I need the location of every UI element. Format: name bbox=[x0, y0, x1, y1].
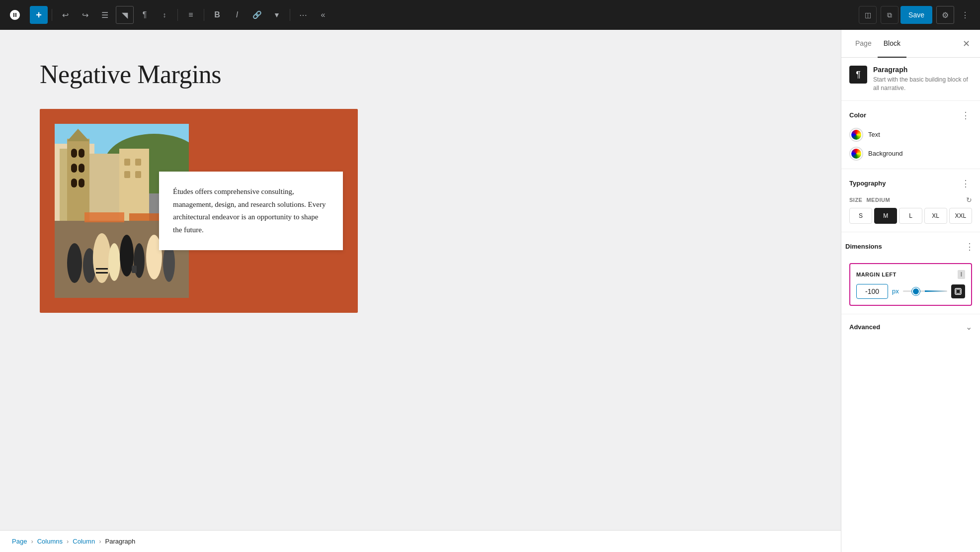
up-down-button[interactable]: ↕ bbox=[156, 6, 173, 24]
breadcrumb-page[interactable]: Page bbox=[12, 538, 27, 545]
dimensions-section-header: Dimensions ⋮ bbox=[845, 240, 976, 257]
main-layout: Negative Margins bbox=[0, 30, 980, 552]
background-color-option[interactable]: Background bbox=[849, 147, 972, 161]
svg-rect-17 bbox=[124, 171, 130, 178]
size-l-button[interactable]: L bbox=[899, 208, 922, 224]
text-color-option[interactable]: Text bbox=[849, 128, 972, 142]
size-xxl-button[interactable]: XXL bbox=[949, 208, 972, 224]
italic-button[interactable]: I bbox=[228, 6, 246, 24]
save-button[interactable]: Save bbox=[900, 6, 932, 24]
undo-button[interactable]: ↩ bbox=[56, 6, 74, 24]
size-m-button[interactable]: M bbox=[874, 208, 897, 224]
svg-rect-30 bbox=[96, 268, 108, 270]
svg-rect-20 bbox=[84, 212, 124, 222]
add-block-button[interactable]: + bbox=[30, 6, 48, 24]
size-name-text: MEDIUM bbox=[866, 197, 890, 203]
block-icon: ¶ bbox=[849, 66, 867, 84]
dimensions-section: MARGIN LEFT l -100 px bbox=[849, 263, 972, 306]
svg-rect-10 bbox=[71, 164, 77, 173]
bold-button[interactable]: B bbox=[208, 6, 226, 24]
breadcrumb-sep-2: › bbox=[67, 538, 69, 545]
breadcrumb-column[interactable]: Column bbox=[73, 538, 95, 545]
svg-rect-18 bbox=[135, 171, 141, 178]
page-title: Negative Margins bbox=[40, 60, 801, 89]
tab-block[interactable]: Block bbox=[878, 30, 906, 58]
margin-unit[interactable]: px bbox=[892, 287, 899, 295]
color-section-title: Color bbox=[849, 111, 866, 119]
breadcrumb-columns[interactable]: Columns bbox=[37, 538, 63, 545]
collapse-sidebar-button[interactable]: « bbox=[314, 6, 332, 24]
typography-menu-button[interactable]: ⋮ bbox=[959, 177, 972, 190]
divider-3 bbox=[204, 9, 204, 21]
color-section-header: Color ⋮ bbox=[849, 109, 972, 122]
size-reset-button[interactable]: ↻ bbox=[966, 196, 972, 204]
breadcrumb-sep-1: › bbox=[31, 538, 33, 545]
margin-label: MARGIN LEFT bbox=[856, 272, 897, 277]
size-label-text: SIZE bbox=[849, 197, 862, 203]
paragraph-icon: ¶ bbox=[856, 70, 861, 80]
text-color-label: Text bbox=[868, 131, 880, 138]
svg-rect-14 bbox=[119, 149, 149, 223]
svg-rect-8 bbox=[71, 149, 77, 158]
size-xl-button[interactable]: XL bbox=[924, 208, 947, 224]
svg-rect-16 bbox=[135, 159, 141, 166]
redo-button[interactable]: ↪ bbox=[76, 6, 94, 24]
margin-value[interactable]: -100 bbox=[856, 284, 888, 299]
svg-rect-13 bbox=[79, 179, 84, 187]
toolbar: + ↩ ↪ ☰ ◥ ¶ ↕ ≡ B I 🔗 ▼ ⋯ « ◫ ⧉ Save ⚙ ⋮ bbox=[0, 0, 980, 30]
svg-point-25 bbox=[108, 243, 120, 281]
background-color-swatch bbox=[849, 147, 863, 161]
color-menu-button[interactable]: ⋮ bbox=[959, 109, 972, 122]
margin-side-indicator: l bbox=[958, 270, 965, 279]
content-block[interactable]: Études offers comprehensive consulting, … bbox=[40, 109, 358, 313]
svg-rect-6 bbox=[67, 139, 89, 223]
color-options: Text Background bbox=[849, 128, 972, 161]
svg-point-26 bbox=[120, 235, 134, 276]
margin-sides-button[interactable] bbox=[951, 284, 965, 298]
list-view-button[interactable]: ☰ bbox=[96, 6, 114, 24]
divider-2 bbox=[177, 9, 178, 21]
size-s-button[interactable]: S bbox=[849, 208, 872, 224]
text-color-swatch bbox=[849, 128, 863, 142]
svg-rect-31 bbox=[96, 272, 108, 274]
more-options-button[interactable]: ⋯ bbox=[294, 6, 312, 24]
svg-rect-9 bbox=[79, 149, 84, 158]
svg-rect-11 bbox=[79, 164, 84, 173]
tab-page[interactable]: Page bbox=[849, 30, 878, 58]
svg-rect-21 bbox=[129, 213, 159, 221]
external-link-button[interactable]: ⧉ bbox=[881, 6, 898, 24]
paragraph-button[interactable]: ¶ bbox=[136, 6, 154, 24]
color-section: Color ⋮ Text Background bbox=[841, 101, 980, 169]
advanced-header[interactable]: Advanced ⌄ bbox=[849, 322, 972, 332]
dimensions-wrapper: Dimensions ⋮ MARGIN LEFT l -100 px bbox=[841, 232, 980, 314]
advanced-title: Advanced bbox=[849, 323, 880, 331]
link-button[interactable]: 🔗 bbox=[248, 6, 266, 24]
view-toggle-button[interactable]: ◥ bbox=[116, 6, 134, 24]
block-name: Paragraph bbox=[873, 66, 972, 74]
margin-slider-container bbox=[903, 286, 947, 296]
wp-logo[interactable] bbox=[6, 6, 24, 24]
size-buttons: S M L XL XXL bbox=[849, 208, 972, 224]
margin-input-row: -100 px bbox=[856, 284, 965, 299]
align-button[interactable]: ≡ bbox=[182, 6, 200, 24]
breadcrumb: Page › Columns › Column › Paragraph bbox=[0, 530, 841, 552]
divider-4 bbox=[290, 9, 290, 21]
breadcrumb-sep-3: › bbox=[99, 538, 101, 545]
format-dropdown-button[interactable]: ▼ bbox=[268, 6, 286, 24]
advanced-section: Advanced ⌄ bbox=[841, 314, 980, 340]
background-color-label: Background bbox=[868, 150, 902, 157]
right-panel: Page Block ✕ ¶ Paragraph Start with the … bbox=[841, 30, 980, 552]
desktop-view-button[interactable]: ◫ bbox=[859, 6, 877, 24]
panel-close-button[interactable]: ✕ bbox=[961, 36, 972, 51]
settings-toggle-button[interactable]: ⚙ bbox=[936, 6, 954, 24]
paragraph-text[interactable]: Études offers comprehensive consulting, … bbox=[173, 185, 329, 236]
typography-section-header: Typography ⋮ bbox=[849, 177, 972, 190]
svg-point-22 bbox=[67, 243, 82, 283]
more-menu-button[interactable]: ⋮ bbox=[956, 6, 974, 24]
margin-slider[interactable] bbox=[903, 290, 947, 292]
svg-rect-34 bbox=[956, 289, 960, 293]
dimensions-menu-button[interactable]: ⋮ bbox=[963, 240, 976, 253]
editor-area: Negative Margins bbox=[0, 30, 841, 552]
block-info: ¶ Paragraph Start with the basic buildin… bbox=[841, 58, 980, 101]
svg-point-24 bbox=[93, 233, 111, 283]
